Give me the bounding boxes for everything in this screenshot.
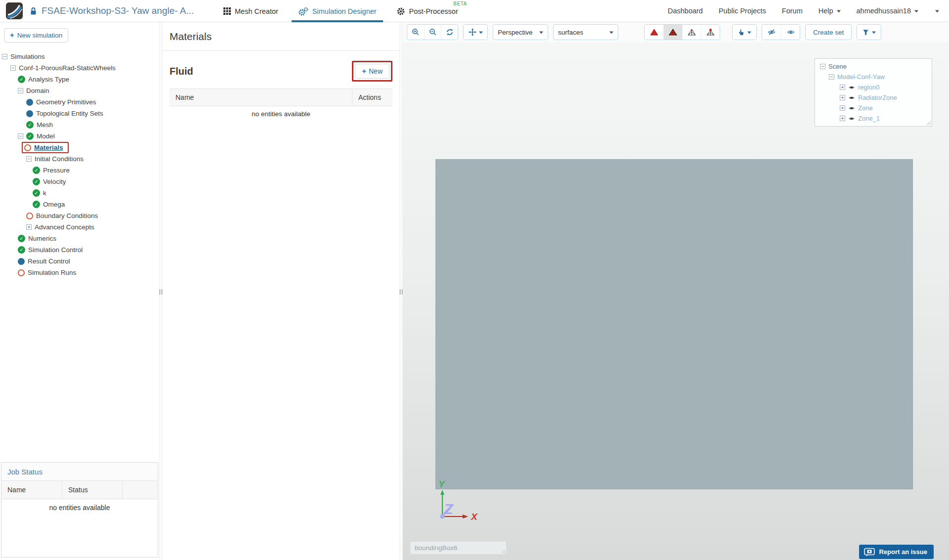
collapse-icon[interactable]: [18, 133, 23, 139]
collapse-icon[interactable]: [10, 65, 16, 71]
expand-icon[interactable]: [840, 105, 845, 111]
nav-dashboard[interactable]: Dashboard: [668, 7, 703, 15]
new-material-button[interactable]: New: [355, 64, 389, 79]
eye-icon[interactable]: [848, 106, 855, 111]
tree-item-model[interactable]: Model: [0, 130, 159, 142]
display-mode-button-group: [644, 24, 720, 40]
expand-icon[interactable]: [840, 116, 845, 121]
chevron-down-icon[interactable]: [935, 10, 939, 14]
filter-button[interactable]: [857, 25, 881, 40]
scene-tree-item-zone[interactable]: Zone: [815, 103, 932, 113]
display-wireframe-button[interactable]: [682, 25, 701, 40]
tree-item-configuration[interactable]: Conf-1-PorousRad-StaticWheels: [0, 62, 159, 74]
tab-label: Simulation Designer: [312, 7, 377, 15]
display-solid-edges-button[interactable]: [663, 25, 682, 40]
tree-item-simulation-control[interactable]: Simulation Control: [0, 244, 159, 256]
grid-icon: [223, 7, 231, 15]
pan-move-button[interactable]: [464, 25, 487, 40]
tab-label: Post-Processor: [409, 7, 458, 15]
chevron-down-icon: [539, 31, 543, 36]
tree-item-result-control[interactable]: Result Control: [0, 256, 159, 267]
tree-item-k[interactable]: k: [0, 187, 159, 199]
collapse-icon[interactable]: [829, 74, 834, 80]
check-status-icon: [18, 235, 25, 242]
show-all-button[interactable]: [781, 25, 800, 40]
check-status-icon: [18, 76, 25, 83]
top-navigation: Dashboard Public Projects Forum Help ahm…: [668, 7, 949, 15]
tree-item-simulations[interactable]: Simulations: [0, 51, 159, 62]
tree-item-domain[interactable]: Domain: [0, 85, 159, 96]
beta-badge: BETA: [453, 1, 467, 6]
filter-funnel-icon: [862, 29, 869, 36]
viewport-canvas[interactable]: Scene Model-Conf-Yaw region0 Radi: [403, 42, 949, 560]
report-issue-label: Report an issue: [879, 548, 927, 556]
workbench-tabs: Mesh Creator Simulation Designer BETA Po…: [223, 0, 458, 22]
viewport-toolbar: Perspective surfaces: [403, 22, 949, 42]
projection-select[interactable]: Perspective: [493, 24, 548, 40]
tab-post-processor[interactable]: BETA Post-Processor: [396, 0, 458, 22]
tree-item-velocity[interactable]: Velocity: [0, 176, 159, 187]
materials-table: Name Actions no entities available: [170, 88, 392, 122]
tree-item-mesh[interactable]: Mesh: [0, 119, 159, 130]
collapse-icon[interactable]: [820, 64, 825, 69]
tree-item-materials[interactable]: Materials: [0, 142, 159, 153]
projection-select-value: Perspective: [498, 29, 533, 36]
eye-icon[interactable]: [848, 95, 855, 100]
zoom-out-button[interactable]: [424, 25, 441, 40]
scene-tree-item-region0[interactable]: region0: [815, 82, 932, 92]
display-points-button[interactable]: [701, 25, 720, 40]
annotation-highlight-box: New: [352, 61, 392, 82]
report-issue-button[interactable]: Report an issue: [859, 545, 934, 559]
new-simulation-button[interactable]: New simulation: [4, 28, 68, 43]
scene-tree-item-scene[interactable]: Scene: [815, 61, 932, 72]
tree-item-boundary-conditions[interactable]: Boundary Conditions: [0, 210, 159, 221]
splitter-right[interactable]: [399, 22, 403, 560]
select-tool-group: [732, 24, 757, 40]
render-mode-select[interactable]: surfaces: [553, 24, 618, 40]
tree-item-advanced-concepts[interactable]: Advanced Concepts: [0, 221, 159, 233]
plus-icon: [10, 32, 14, 39]
nav-public-projects[interactable]: Public Projects: [719, 7, 766, 15]
expand-icon[interactable]: [840, 95, 845, 100]
tree-item-simulation-runs[interactable]: Simulation Runs: [0, 267, 159, 278]
info-status-icon: [26, 110, 33, 117]
tree-item-geometry-primitives[interactable]: Geometry Primitives: [0, 96, 159, 108]
collapse-icon[interactable]: [2, 54, 7, 59]
zoom-button-group: [407, 24, 458, 40]
nav-help[interactable]: Help: [819, 7, 841, 15]
refresh-view-button[interactable]: [441, 25, 458, 40]
nav-user-menu[interactable]: ahmedhussain18: [857, 7, 918, 15]
tree-item-pressure[interactable]: Pressure: [0, 165, 159, 176]
tree-item-analysis-type[interactable]: Analysis Type: [0, 74, 159, 85]
expand-icon[interactable]: [840, 85, 845, 90]
expand-icon[interactable]: [26, 224, 32, 230]
check-status-icon: [26, 121, 34, 129]
tree-item-topological-entity-sets[interactable]: Topological Entity Sets: [0, 108, 159, 119]
chevron-down-icon: [914, 10, 918, 14]
display-solid-button[interactable]: [645, 25, 663, 40]
scene-tree-item-zone-1[interactable]: Zone_1: [815, 113, 932, 124]
create-set-button[interactable]: Create set: [805, 24, 852, 40]
check-status-icon: [18, 246, 25, 254]
splitter-grip-icon: [160, 289, 162, 295]
tree-item-omega[interactable]: Omega: [0, 199, 159, 210]
selection-tool-button[interactable]: [733, 25, 756, 40]
eye-icon[interactable]: [848, 85, 855, 90]
tree-item-initial-conditions[interactable]: Initial Conditions: [0, 153, 159, 165]
hide-selection-button[interactable]: [762, 25, 781, 40]
nav-forum[interactable]: Forum: [782, 7, 803, 15]
tab-mesh-creator[interactable]: Mesh Creator: [223, 0, 278, 22]
splitter-grip-icon: [400, 289, 402, 295]
tree-item-numerics[interactable]: Numerics: [0, 233, 159, 244]
scene-tree-item-radiatorzone[interactable]: RadiatorZone: [815, 92, 932, 103]
app-logo-icon[interactable]: [6, 2, 23, 19]
collapse-icon[interactable]: [18, 88, 23, 93]
eye-icon[interactable]: [848, 116, 855, 121]
zoom-in-button[interactable]: [407, 25, 424, 40]
splitter-left[interactable]: [159, 22, 163, 560]
collapse-icon[interactable]: [26, 156, 32, 162]
bounding-box-name-input[interactable]: [410, 541, 507, 555]
tab-simulation-designer[interactable]: Simulation Designer: [298, 0, 377, 22]
scene-tree-item-model[interactable]: Model-Conf-Yaw: [815, 72, 932, 82]
job-status-empty-text: no entities available: [1, 499, 158, 516]
